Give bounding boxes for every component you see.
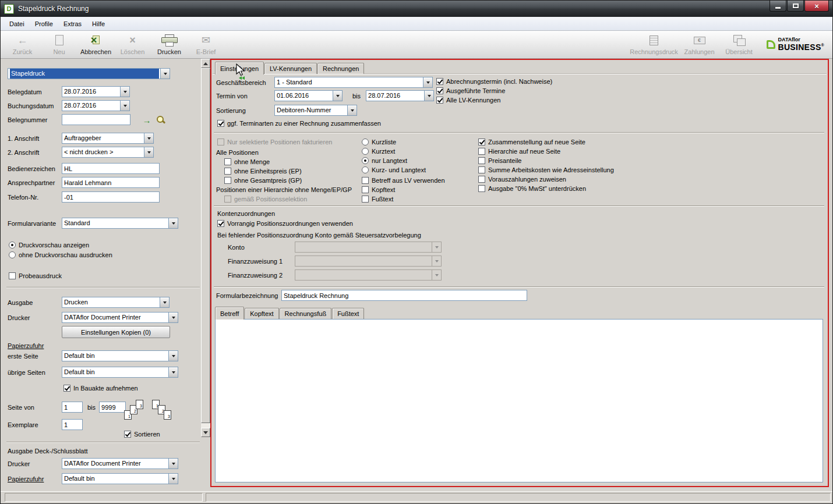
uebrige-seiten-combo[interactable]: Default bin	[62, 367, 178, 378]
checkbox-kopftext[interactable]: Kopftext	[362, 185, 395, 194]
checkbox-vorrangig-positionszuordnungen[interactable]: Vorrangig Positionszuordnungen verwenden	[217, 219, 353, 228]
uebersicht-button[interactable]: Übersicht	[720, 32, 758, 57]
tab-rechnungsfuss[interactable]: Rechnungsfuß	[280, 308, 332, 319]
checkbox-terminarten[interactable]: ggf. Terminarten zu einer Rechnung zusam…	[217, 119, 381, 128]
anschrift2-combo[interactable]: < nicht drucken >	[62, 147, 154, 158]
radio-ohne-druckvorschau[interactable]: ohne Druckvorschau ausdrucken	[9, 250, 112, 260]
combo-arrow-icon[interactable]	[168, 218, 178, 228]
ausgabe-combo[interactable]: Drucken	[62, 297, 170, 308]
combo-arrow-icon[interactable]	[423, 77, 432, 87]
geschaeftsbereich-combo[interactable]: 1 - Standard	[274, 77, 433, 88]
formularvariante-combo[interactable]: Standard	[62, 218, 178, 229]
combo-arrow-icon[interactable]	[168, 313, 178, 322]
checkbox-mwst-unterdruecken[interactable]: Ausgabe "0% MwSt" unterdrücken	[478, 184, 586, 193]
left-panel-scrollbar[interactable]	[201, 59, 210, 437]
radio-nur-langtext[interactable]: nur Langtext	[362, 156, 407, 165]
loeschen-label: Löschen	[121, 48, 145, 55]
combo-arrow-icon[interactable]	[168, 474, 178, 484]
neu-button[interactable]: Neu	[41, 32, 77, 57]
checkbox-ohne-gesamtpreis[interactable]: ohne Gesamtpreis (GP)	[224, 176, 302, 185]
bedienerzeichen-input[interactable]	[62, 163, 160, 174]
checkbox-abrechnungstermin[interactable]: Abrechnungstermin (incl. Nachweise)	[436, 77, 552, 86]
combo-arrow-icon[interactable]	[160, 297, 169, 307]
checkbox-hierarchie-neue-seite[interactable]: Hierarchie auf neue Seite	[478, 147, 560, 156]
tab-lv-kennungen[interactable]: LV-Kennungen	[264, 63, 317, 74]
zurueck-button[interactable]: ← Zurück	[4, 32, 41, 57]
checkbox-probeausdruck[interactable]: Probeausdruck	[9, 271, 62, 281]
combo-arrow-icon[interactable]	[168, 351, 178, 361]
minimize-button[interactable]	[770, 1, 786, 12]
menu-profile[interactable]: Profile	[30, 18, 58, 30]
belegdatum-combo[interactable]: 28.07.2016	[62, 86, 130, 97]
papierzufuhr2-combo[interactable]: Default bin	[62, 473, 178, 484]
formularbezeichnung-input[interactable]	[281, 290, 527, 301]
combo-arrow-icon[interactable]	[144, 147, 153, 157]
checkbox-ohne-einheitspreis[interactable]: ohne Einheitspreis (EP)	[224, 166, 302, 176]
combo-arrow-icon[interactable]	[347, 105, 357, 115]
termin-bis-combo[interactable]: 28.07.2016	[366, 90, 434, 101]
maximize-button[interactable]	[787, 1, 804, 12]
seite-bis-input[interactable]	[99, 402, 126, 413]
telefon-input[interactable]	[62, 191, 160, 203]
checkbox-summe-arbeitskosten[interactable]: Summe Arbeitskosten wie Adresseinstellun…	[478, 165, 614, 175]
checkbox-vorauszahlungen[interactable]: Vorauszahlungen zuweisen	[478, 175, 566, 184]
collate-descending-icon[interactable]: 1 2 3	[152, 399, 177, 421]
checkbox-alle-lv-kennungen[interactable]: Alle LV-Kennungen	[436, 95, 500, 105]
ansprechpartner-input[interactable]	[62, 177, 160, 188]
rechnungsdruck-button[interactable]: Rechnungsdruck	[629, 32, 679, 57]
checkbox-in-bauakte[interactable]: In Bauakte aufnehmen	[63, 384, 138, 393]
erste-seite-combo[interactable]: Default bin	[62, 350, 178, 361]
radio-kurzliste[interactable]: Kurzliste	[362, 137, 396, 147]
combo-arrow-icon[interactable]	[144, 133, 153, 143]
radio-druckvorschau[interactable]: Druckvorschau anzeigen	[9, 240, 89, 250]
zahlungen-button[interactable]: € Zahlungen	[679, 32, 720, 57]
combo-arrow-icon[interactable]	[168, 459, 178, 468]
loeschen-button[interactable]: × Löschen	[114, 32, 151, 57]
collate-ascending-icon[interactable]: 1 2 3	[124, 399, 149, 421]
bedienerzeichen-label: Bedienerzeichen	[8, 165, 62, 172]
belegnummer-search-icon[interactable]	[156, 115, 166, 125]
tab-kopftext[interactable]: Kopftext	[245, 308, 278, 319]
checkbox-zusammenstellung[interactable]: Zusammenstellung auf neue Seite	[478, 137, 585, 147]
drucken-button[interactable]: Drucken	[151, 32, 188, 57]
belegnummer-assign-icon[interactable]: →	[142, 115, 152, 125]
combo-arrow-icon[interactable]	[160, 69, 170, 79]
combo-arrow-icon[interactable]	[424, 91, 433, 101]
drucker2-combo[interactable]: DATAflor Document Printer	[62, 458, 178, 469]
menu-hilfe[interactable]: Hilfe	[87, 18, 110, 30]
checkbox-betreff-aus-lv[interactable]: Betreff aus LV verwenden	[362, 176, 445, 185]
combo-arrow-icon[interactable]	[333, 91, 342, 101]
belegnummer-input[interactable]	[62, 114, 130, 125]
menu-extras[interactable]: Extras	[58, 18, 87, 30]
sortierung-combo[interactable]: Debitoren-Nummer	[274, 105, 357, 116]
menu-datei[interactable]: Datei	[4, 18, 30, 30]
checkbox-sortieren[interactable]: Sortieren	[124, 430, 160, 439]
einstellungen-kopien-button[interactable]: Einstellungen Kopien (0)	[62, 326, 170, 338]
ebrief-button[interactable]: ✉ E-Brief	[188, 32, 224, 57]
checkbox-fusstext[interactable]: Fußtext	[362, 194, 393, 204]
tab-rechnungen[interactable]: Rechnungen	[317, 63, 364, 74]
combo-arrow-icon[interactable]	[120, 101, 129, 111]
scrollbar-thumb[interactable]	[201, 68, 210, 423]
checkbox-ausgefuehrte-termine[interactable]: Ausgeführte Termine	[436, 86, 505, 95]
checkbox-ohne-menge[interactable]: ohne Menge	[224, 157, 270, 166]
radio-kurztext[interactable]: Kurztext	[362, 147, 395, 156]
checkbox-preisanteile[interactable]: Preisanteile	[478, 156, 521, 165]
betreff-textarea[interactable]	[215, 319, 823, 482]
anschrift1-combo[interactable]: Auftraggeber	[62, 133, 154, 144]
stapeldruck-mode-combo[interactable]: Stapeldruck	[8, 68, 170, 79]
abbrechen-button[interactable]: × Abbrechen	[77, 32, 114, 57]
drucker-combo[interactable]: DATAflor Document Printer	[62, 312, 178, 323]
tab-betreff[interactable]: Betreff	[215, 307, 244, 320]
combo-arrow-icon[interactable]	[120, 87, 129, 97]
scroll-up-button[interactable]	[201, 59, 210, 68]
seite-von-input[interactable]	[62, 402, 83, 413]
termin-von-combo[interactable]: 01.06.2016	[274, 90, 343, 101]
radio-kurz-und-langtext[interactable]: Kurz- und Langtext	[362, 165, 426, 175]
combo-arrow-icon[interactable]	[168, 367, 178, 377]
close-button[interactable]: ×	[804, 1, 829, 12]
scroll-down-button[interactable]	[201, 428, 210, 437]
exemplare-input[interactable]	[62, 419, 83, 430]
tab-fusstext[interactable]: Fußtext	[332, 308, 364, 319]
buchungsdatum-combo[interactable]: 28.07.2016	[62, 100, 130, 111]
